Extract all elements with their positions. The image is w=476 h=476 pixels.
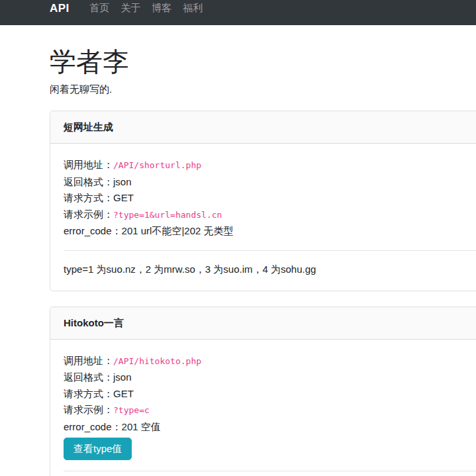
page-subtitle: 闲着无聊写的.: [50, 82, 476, 97]
field-value: GET: [113, 388, 134, 399]
field-label: 请求示例：: [64, 209, 113, 220]
top-navbar: API 首页 关于 博客 福利: [0, 0, 476, 25]
field-value-code: /API/hitokoto.php: [113, 356, 201, 366]
brand-link[interactable]: API: [50, 2, 70, 15]
nav-item-blog[interactable]: 博客: [146, 2, 177, 15]
field-value: 201 空值: [122, 421, 161, 432]
field-label: error_code：: [64, 225, 122, 236]
card-hitokoto-body: 调用地址：/API/hitokoto.php 返回格式：json 请求方式：GE…: [50, 340, 476, 476]
field-label: 请求方式：: [64, 388, 113, 399]
card-shorturl-body: 调用地址：/API/shorturl.php 返回格式：json 请求方式：GE…: [50, 144, 476, 291]
field-value-code: /API/shorturl.php: [113, 160, 201, 170]
nav-item-home[interactable]: 首页: [84, 2, 115, 15]
divider: [64, 471, 476, 471]
api-field-row: 请求方式：GET: [64, 386, 476, 403]
field-value: 201 url不能空|202 无类型: [122, 225, 234, 236]
api-field-row: 请求示例：?type=1&url=handsl.cn: [64, 207, 476, 224]
field-value-code: ?type=c: [113, 405, 150, 415]
type-note: type=1 为suo.nz，2 为mrw.so，3 为suo.im，4 为so…: [64, 262, 476, 277]
page-title: 学者李: [50, 47, 476, 76]
card-hitokoto: Hitokoto一言 调用地址：/API/hitokoto.php 返回格式：j…: [50, 307, 476, 476]
field-label: 请求方式：: [64, 192, 113, 203]
field-label: 请求示例：: [64, 404, 113, 415]
field-label: error_code：: [64, 421, 122, 432]
field-value: GET: [113, 192, 134, 203]
api-field-row: 调用地址：/API/shorturl.php: [64, 157, 476, 174]
card-hitokoto-title: Hitokoto一言: [50, 307, 476, 340]
api-field-row: 请求示例：?type=c: [64, 402, 476, 419]
nav-item-about[interactable]: 关于: [115, 2, 146, 15]
field-value-code: ?type=1&url=handsl.cn: [113, 210, 222, 220]
field-value: json: [113, 371, 132, 383]
divider: [64, 250, 476, 251]
field-label: 调用地址：: [64, 355, 113, 366]
api-field-row: 请求方式：GET: [64, 190, 476, 207]
field-label: 返回格式：: [64, 371, 113, 383]
card-shorturl: 短网址生成 调用地址：/API/shorturl.php 返回格式：json 请…: [50, 111, 476, 291]
main-container: 学者李 闲着无聊写的. 短网址生成 调用地址：/API/shorturl.php…: [50, 47, 476, 476]
api-field-row: 返回格式：json: [64, 174, 476, 191]
api-field-row: error_code：201 url不能空|202 无类型: [64, 223, 476, 240]
api-field-row: 调用地址：/API/hitokoto.php: [64, 353, 476, 370]
api-field-row: error_code：201 空值: [64, 419, 476, 436]
api-field-row: 返回格式：json: [64, 369, 476, 386]
field-value: json: [113, 176, 132, 187]
view-type-button[interactable]: 查看type值: [64, 438, 132, 460]
card-shorturl-title: 短网址生成: [50, 111, 476, 144]
field-label: 返回格式：: [64, 176, 113, 187]
field-label: 调用地址：: [64, 159, 113, 170]
nav-item-welfare[interactable]: 福利: [177, 2, 209, 15]
navbar-inner: API 首页 关于 博客 福利: [0, 0, 209, 17]
